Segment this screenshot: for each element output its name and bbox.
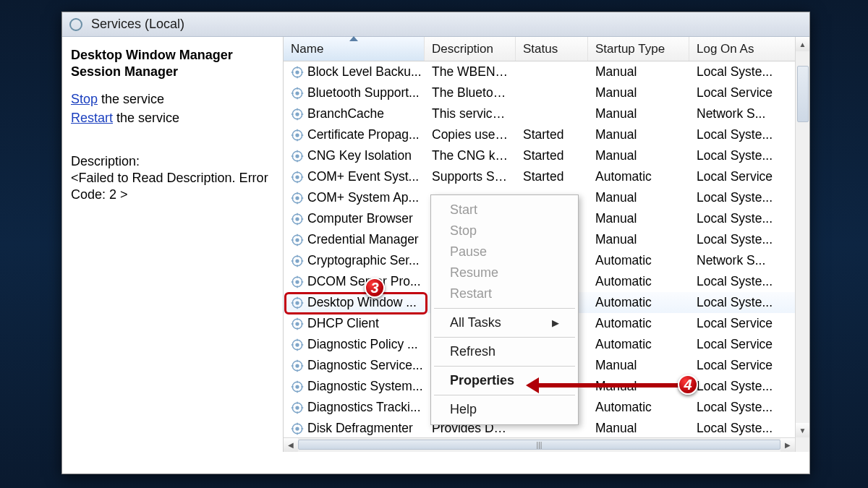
svg-point-97 [295, 406, 299, 409]
menu-stop[interactable]: Stop [431, 221, 578, 241]
description-block: Description: <Failed to Read Description… [71, 153, 274, 204]
service-row[interactable]: Block Level Backu...The WBENG...ManualLo… [284, 61, 795, 82]
service-logon: Local Syste... [689, 127, 795, 142]
column-status[interactable]: Status [516, 37, 588, 61]
service-logon: Local Syste... [689, 274, 795, 289]
service-logon: Local Syste... [689, 232, 795, 247]
gear-icon [291, 317, 304, 330]
gear-icon [291, 338, 304, 351]
column-logon[interactable]: Log On As [689, 37, 809, 61]
service-logon: Network S... [689, 253, 795, 268]
menu-pause[interactable]: Pause [431, 241, 578, 262]
service-logon: Local Syste... [689, 148, 795, 163]
service-logon: Local Syste... [689, 64, 795, 80]
menu-start[interactable]: Start [431, 200, 578, 221]
service-name: Block Level Backu... [307, 64, 422, 80]
service-status: Started [516, 127, 588, 142]
menu-restart[interactable]: Restart [431, 283, 578, 304]
services-window: Services (Local) Desktop Window Manager … [61, 12, 810, 474]
detail-pane: Desktop Window Manager Session Manager S… [62, 37, 283, 452]
annotation-badge-4: 4 [678, 374, 698, 395]
service-description: This service ... [425, 106, 516, 121]
gear-icon [291, 129, 304, 142]
svg-point-13 [295, 112, 299, 116]
scroll-right-button[interactable]: ▶ [780, 438, 795, 452]
service-name: CNG Key Isolation [307, 148, 412, 163]
service-name: Diagnostic System... [307, 379, 423, 394]
annotation-badge-3: 3 [365, 278, 385, 298]
service-description: Supports Sy... [425, 169, 516, 184]
svg-point-73 [295, 322, 299, 325]
service-startup: Manual [588, 106, 689, 121]
service-startup: Manual [588, 190, 689, 205]
service-row[interactable]: Bluetooth Support...The Bluetoo...Manual… [284, 82, 795, 103]
service-name: COM+ Event Syst... [307, 169, 419, 184]
column-startup[interactable]: Startup Type [588, 37, 689, 61]
service-name: COM+ System Ap... [307, 190, 419, 205]
service-startup: Manual [588, 232, 689, 247]
hscroll-thumb[interactable]: ||| [298, 440, 780, 450]
column-name[interactable]: Name [284, 37, 425, 61]
submenu-arrow-icon: ▶ [552, 317, 559, 328]
selected-service-title: Desktop Window Manager Session Manager [71, 47, 274, 81]
service-status: Started [516, 169, 588, 184]
service-logon: Local Service [689, 316, 795, 331]
svg-point-91 [295, 385, 299, 388]
context-menu: Start Stop Pause Resume Restart All Task… [430, 194, 579, 425]
stop-service-line: Stop the service [71, 91, 274, 108]
title-bar: Services (Local) [62, 12, 809, 37]
svg-point-79 [295, 343, 299, 346]
scroll-down-button[interactable]: ▼ [796, 423, 809, 437]
horizontal-scrollbar[interactable]: ◀ ||| ▶ [284, 437, 795, 452]
service-startup: Automatic [588, 400, 689, 415]
menu-all-tasks[interactable]: All Tasks ▶ [431, 312, 578, 333]
gear-icon [291, 275, 304, 288]
gear-icon [291, 87, 304, 100]
gear-icon [291, 254, 304, 267]
sort-ascending-icon [349, 36, 358, 41]
service-logon: Local Syste... [689, 379, 795, 394]
window-title: Services (Local) [91, 17, 184, 32]
gear-icon [291, 171, 304, 184]
service-startup: Manual [588, 358, 689, 373]
service-row[interactable]: COM+ Event Syst...Supports Sy...StartedA… [284, 166, 795, 187]
service-row[interactable]: BranchCacheThis service ...ManualNetwork… [284, 103, 795, 124]
service-logon: Local Syste... [689, 421, 795, 436]
body-area: Desktop Window Manager Session Manager S… [62, 37, 809, 452]
menu-properties[interactable]: Properties [431, 370, 578, 391]
service-logon: Local Syste... [689, 295, 795, 310]
stop-suffix: the service [98, 92, 164, 106]
service-name: Certificate Propag... [307, 127, 420, 142]
menu-refresh[interactable]: Refresh [431, 341, 578, 362]
svg-point-37 [295, 196, 299, 200]
service-name: Credential Manager [307, 232, 419, 247]
hscroll-track[interactable]: ||| [298, 438, 780, 452]
scroll-up-button[interactable]: ▲ [796, 37, 809, 51]
menu-separator [434, 395, 575, 395]
svg-point-49 [295, 238, 299, 241]
service-logon: Local Syste... [689, 211, 795, 226]
vscroll-thumb[interactable] [797, 66, 809, 122]
vertical-scrollbar[interactable]: ▲ ▼ [795, 37, 809, 452]
service-row[interactable]: Certificate Propag...Copies user ...Star… [284, 124, 795, 145]
service-startup: Automatic [588, 337, 689, 352]
service-name: Diagnostic Service... [307, 358, 423, 373]
svg-point-103 [295, 427, 299, 430]
scroll-left-button[interactable]: ◀ [284, 438, 298, 452]
menu-resume[interactable]: Resume [431, 262, 578, 283]
description-text: <Failed to Read Description. Error Code:… [71, 170, 274, 204]
gear-icon [291, 401, 304, 414]
service-logon: Local Syste... [689, 190, 795, 205]
service-startup: Manual [588, 148, 689, 163]
gear-icon [291, 296, 304, 309]
service-startup: Manual [588, 211, 689, 226]
stop-link[interactable]: Stop [71, 92, 98, 106]
column-headers: Name Description Status Startup Type Log… [284, 37, 809, 61]
column-description[interactable]: Description [425, 37, 516, 61]
service-row[interactable]: CNG Key IsolationThe CNG ke...StartedMan… [284, 145, 795, 166]
service-status: Started [516, 148, 588, 163]
gear-icon [291, 213, 304, 226]
restart-link[interactable]: Restart [71, 111, 113, 125]
menu-help[interactable]: Help [431, 399, 578, 420]
gear-icon [291, 234, 304, 247]
